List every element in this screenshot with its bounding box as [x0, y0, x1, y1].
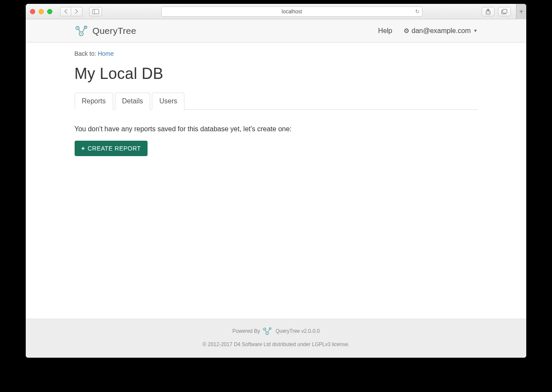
maximize-window-button[interactable] [47, 9, 52, 14]
create-report-button[interactable]: + CREATE REPORT [75, 141, 148, 156]
footer: Powered By QueryTree v2.0.0.0 © 2012-201… [26, 319, 526, 358]
svg-line-11 [78, 29, 80, 32]
tab-label: Details [122, 97, 143, 105]
tab-label: Users [159, 97, 177, 105]
footer-product: QueryTree v2.0.0.0 [275, 328, 320, 334]
svg-point-14 [264, 329, 265, 329]
reload-icon[interactable]: ↻ [415, 9, 419, 15]
tab-details[interactable]: Details [115, 93, 151, 110]
querytree-logo-icon [75, 25, 89, 37]
svg-line-20 [268, 329, 270, 332]
browser-toolbar: localhost ↻ + [26, 4, 526, 19]
breadcrumb-home-link[interactable]: Home [98, 50, 114, 57]
plus-icon: + [81, 145, 85, 152]
brand[interactable]: QueryTree [75, 25, 136, 37]
svg-rect-4 [503, 9, 507, 13]
sidebar-toggle-button[interactable] [89, 7, 102, 16]
tab-reports[interactable]: Reports [75, 93, 113, 110]
empty-state-message: You don't have any reports saved for thi… [75, 125, 478, 133]
breadcrumb: Back to: Home [75, 50, 478, 57]
content: Back to: Home My Local DB Reports Detail… [26, 42, 526, 319]
tabs-button[interactable] [498, 7, 511, 16]
forward-button[interactable] [71, 7, 82, 16]
svg-point-8 [85, 27, 86, 27]
new-tab-button[interactable]: + [516, 4, 526, 19]
create-report-label: CREATE REPORT [87, 145, 141, 152]
user-email: dan@example.com [412, 27, 471, 35]
share-button[interactable] [482, 7, 495, 16]
svg-line-19 [265, 330, 266, 332]
powered-by-prefix: Powered By [232, 328, 260, 334]
url-text: localhost [282, 9, 302, 15]
footer-line-1: Powered By QueryTree v2.0.0.0 [26, 327, 526, 335]
tab-users[interactable]: Users [152, 93, 184, 110]
page-title: My Local DB [75, 65, 478, 83]
help-link[interactable]: Help [378, 27, 392, 35]
tabs: Reports Details Users [75, 92, 478, 110]
user-menu[interactable]: ⚙ dan@example.com ▼ [404, 27, 478, 35]
querytree-logo-icon [262, 327, 273, 335]
window-controls [30, 9, 52, 14]
topnav: QueryTree Help ⚙ dan@example.com ▼ [26, 19, 526, 42]
page: QueryTree Help ⚙ dan@example.com ▼ Back … [26, 19, 526, 358]
topnav-right: Help ⚙ dan@example.com ▼ [378, 27, 478, 35]
brand-name: QueryTree [93, 26, 136, 36]
tab-label: Reports [82, 97, 106, 105]
address-bar[interactable]: localhost ↻ [161, 6, 422, 17]
nav-buttons [60, 7, 82, 16]
svg-line-12 [82, 28, 84, 32]
back-button[interactable] [60, 7, 71, 16]
svg-point-18 [267, 333, 268, 334]
toolbar-right [482, 7, 511, 16]
close-window-button[interactable] [30, 9, 35, 14]
browser-window: localhost ↻ + [26, 4, 526, 358]
svg-point-6 [77, 27, 78, 28]
footer-copyright: © 2012-2017 D4 Software Ltd distributed … [26, 341, 526, 347]
svg-point-16 [270, 328, 271, 329]
minimize-window-button[interactable] [39, 9, 44, 14]
svg-point-10 [80, 33, 81, 34]
svg-rect-0 [93, 9, 99, 14]
caret-down-icon: ▼ [474, 28, 478, 33]
breadcrumb-prefix: Back to: [75, 50, 98, 57]
gear-icon: ⚙ [404, 27, 409, 35]
